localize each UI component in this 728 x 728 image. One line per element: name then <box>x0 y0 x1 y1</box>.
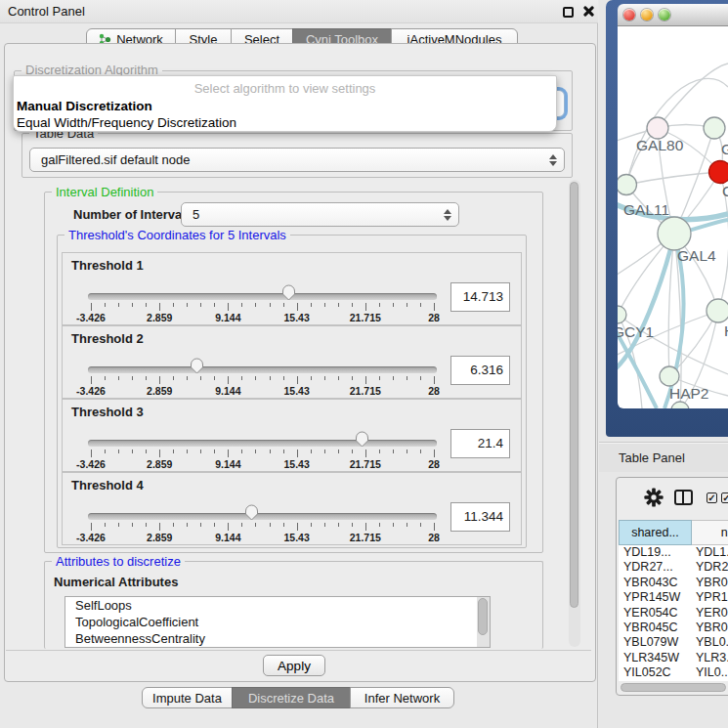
column-header-name[interactable]: n... <box>692 520 728 545</box>
bottom-divider <box>6 650 591 651</box>
threshold-row-4: Threshold 4 -3.4262.8599.14415.4321.7152… <box>62 472 522 545</box>
control-panel-window: Control Panel Network Style Select Cyni … <box>0 0 598 728</box>
network-node <box>647 117 668 139</box>
column-view-icon[interactable] <box>674 490 693 505</box>
list-item[interactable]: BetweennessCentrality <box>65 630 490 647</box>
control-panel-titlebar: Control Panel <box>0 0 598 23</box>
zoom-traffic-light-icon[interactable] <box>659 9 670 21</box>
table-horizontal-scrollbar[interactable] <box>619 682 728 693</box>
tab-discretize-data[interactable]: Discretize Data <box>232 687 351 708</box>
table-panel-title: Table Panel <box>619 450 685 465</box>
float-window-icon[interactable] <box>563 7 574 18</box>
node-label: HAP2 <box>669 385 709 402</box>
table-data-selected-value: galFiltered.sif default node <box>41 152 190 167</box>
slider-ticks <box>91 523 434 532</box>
network-node <box>671 402 689 408</box>
slider-ticks <box>91 376 434 385</box>
table-panel: ✓ ✓ shared... n... YDL19...YDL1...YDR27.… <box>616 477 728 696</box>
network-view-window[interactable]: GAL80GALCGAL11GAL4GCY1HHAP2 <box>606 0 728 437</box>
combo-spinner-icon <box>443 208 451 222</box>
node-label: H <box>724 322 728 339</box>
table-row[interactable]: YBL079WYBL0... <box>619 635 728 650</box>
numerical-attributes-list[interactable]: SelfLoopsTopologicalCoefficientBetweenne… <box>64 596 491 648</box>
slider-tick-labels: -3.4262.8599.14415.4321.71528 <box>91 458 434 470</box>
slider-thumb[interactable] <box>355 431 369 448</box>
table-row[interactable]: YBR045CYBR0... <box>619 621 728 635</box>
slider-thumb[interactable] <box>281 284 296 301</box>
slider-thumb[interactable] <box>190 358 204 374</box>
number-of-intervals-combobox[interactable]: 5 <box>181 202 459 227</box>
attributes-list-scrollbar[interactable] <box>477 597 490 647</box>
thresholds-group-title: Threshold's Coordinates for 5 Intervals <box>64 228 290 242</box>
tab-impute-data[interactable]: Impute Data <box>142 687 233 708</box>
network-node <box>707 299 728 322</box>
node-label: GAL80 <box>636 137 684 153</box>
minimize-traffic-light-icon[interactable] <box>641 9 653 21</box>
node-label: GAL11 <box>623 201 669 218</box>
threshold-row-3: Threshold 3 -3.4262.8599.14415.4321.7152… <box>62 399 522 472</box>
table-hscrollbar-thumb[interactable] <box>621 683 726 692</box>
table-data-combobox[interactable]: galFiltered.sif default node <box>29 148 565 172</box>
numerical-attributes-heading: Numerical Attributes <box>54 575 178 589</box>
threshold-value-field[interactable]: 11.344 <box>450 502 510 532</box>
table-row[interactable]: YPR145WYPR1... <box>619 590 728 605</box>
network-node <box>660 366 679 386</box>
bottom-tabbar: Impute Data Discretize Data Infer Networ… <box>142 687 454 708</box>
close-traffic-light-icon[interactable] <box>623 9 635 21</box>
node-label: GAL <box>721 141 728 157</box>
table-row[interactable]: YER054CYER0... <box>619 606 728 621</box>
interval-definition-group-title: Interval Definition <box>52 185 157 199</box>
node-label: C <box>722 183 728 199</box>
tab-infer-network[interactable]: Infer Network <box>350 687 454 708</box>
column-header-shared-name[interactable]: shared... <box>619 520 692 545</box>
window-title: Control Panel <box>8 4 85 19</box>
panel-vertical-scrollbar[interactable] <box>569 180 580 647</box>
attributes-scrollbar-thumb[interactable] <box>478 598 488 635</box>
table-panel-header: Table Panel <box>599 442 728 472</box>
gear-icon[interactable] <box>644 488 664 507</box>
network-graph: GAL80GALCGAL11GAL4GCY1HHAP2 <box>618 26 728 408</box>
node-label: GCY1 <box>618 323 654 340</box>
tab-label: Discretize Data <box>248 691 334 706</box>
attributes-group-title: Attributes to discretize <box>52 554 185 569</box>
number-of-intervals-label: Number of Intervals <box>73 207 193 222</box>
network-node <box>704 117 725 139</box>
algorithm-option-manual[interactable]: Manual Discretization <box>17 99 152 113</box>
close-icon[interactable] <box>581 5 594 18</box>
slider-thumb[interactable] <box>244 504 259 521</box>
table-row[interactable]: YBR043CYBR0... <box>619 576 728 590</box>
algorithm-option-equal-width[interactable]: Equal Width/Frequency Discretization <box>17 115 236 130</box>
threshold-value-field[interactable]: 21.4 <box>450 429 510 458</box>
network-node <box>709 161 728 184</box>
tab-label: Impute Data <box>152 691 222 706</box>
combo-spinner-icon <box>548 153 557 167</box>
list-item[interactable]: SelfLoops <box>65 597 490 614</box>
right-workspace: GAL80GALCGAL11GAL4GCY1HHAP2 Table Panel … <box>599 0 728 728</box>
threshold-row-2: Threshold 2 -3.4262.8599.14415.4321.7152… <box>62 325 522 399</box>
network-node <box>618 175 637 195</box>
table-rows[interactable]: YDL19...YDL1...YDR27...YDR2...YBR043CYBR… <box>619 545 728 681</box>
table-row[interactable]: YDL19...YDL1... <box>619 545 728 560</box>
network-window-titlebar[interactable] <box>618 4 728 26</box>
apply-button[interactable]: Apply <box>263 655 325 676</box>
network-canvas[interactable]: GAL80GALCGAL11GAL4GCY1HHAP2 <box>618 26 728 408</box>
slider-tick-labels: -3.4262.8599.14415.4321.71528 <box>91 532 434 543</box>
panel-scrollbar-thumb[interactable] <box>570 182 578 608</box>
network-node <box>658 217 691 250</box>
list-item[interactable]: TopologicalCoefficient <box>65 614 490 630</box>
threshold-value-field[interactable]: 6.316 <box>450 356 510 385</box>
algorithm-dropdown-popup: Select algorithm to view settings Manual… <box>13 75 557 132</box>
slider-ticks <box>91 450 434 458</box>
threshold-row-1: Threshold 1 -3.4262.8599.14415.4321.7152… <box>62 252 522 325</box>
network-node <box>618 306 626 323</box>
table-row[interactable]: YLR345WYLR3... <box>619 651 728 665</box>
slider-tick-labels: -3.4262.8599.14415.4321.71528 <box>91 385 434 397</box>
slider-ticks <box>91 303 434 312</box>
select-column-checkbox-icon[interactable]: ✓ <box>721 492 728 503</box>
algorithm-popup-hint: Select algorithm to view settings <box>14 81 556 96</box>
table-row[interactable]: YIL052CYIL0... <box>619 665 728 680</box>
table-row[interactable]: YDR27...YDR2... <box>619 560 728 575</box>
threshold-value-field[interactable]: 14.713 <box>450 282 510 312</box>
number-of-intervals-value: 5 <box>193 207 199 222</box>
select-all-checkbox-icon[interactable]: ✓ <box>707 492 717 503</box>
